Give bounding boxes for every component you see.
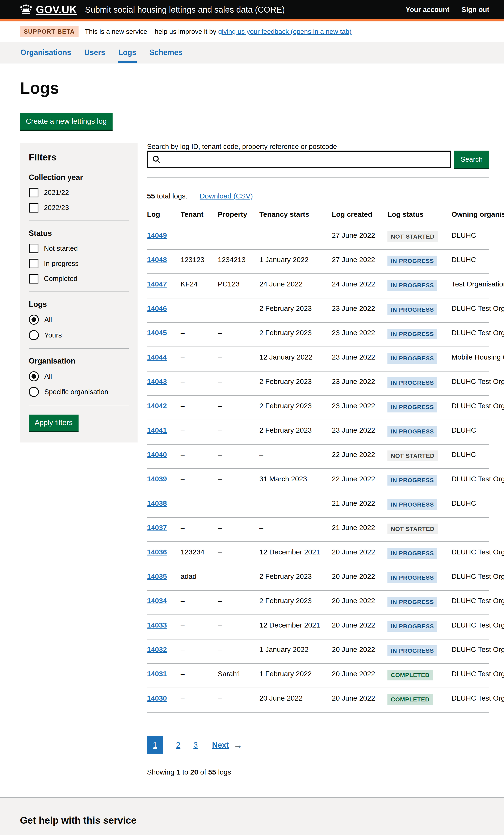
radio-organisation-specific[interactable]: Specific organisation (29, 387, 129, 397)
owning-organisation-cell: DLUHC Test Organisation (451, 371, 489, 396)
log-link[interactable]: 14042 (147, 402, 167, 410)
checkbox-in-progress[interactable]: In progress (29, 259, 129, 268)
checkbox-completed[interactable]: Completed (29, 274, 129, 284)
tenant-cell: – (181, 469, 218, 493)
checkbox-2021-22[interactable]: 2021/22 (29, 188, 129, 198)
property-cell: – (218, 639, 259, 664)
owning-organisation-cell: DLUHC Test Organisation (451, 542, 489, 566)
log-status-cell: COMPLETED (387, 664, 451, 688)
radio-icon[interactable] (29, 387, 39, 397)
log-link[interactable]: 14036 (147, 548, 167, 556)
sign-out-link[interactable]: Sign out (462, 6, 489, 14)
create-lettings-log-button[interactable]: Create a new lettings log (20, 113, 113, 129)
radio-icon-selected[interactable] (29, 371, 39, 381)
status-badge: COMPLETED (387, 694, 433, 705)
pagination-page-current[interactable]: 1 (147, 736, 163, 754)
property-cell: – (218, 396, 259, 420)
radio-logs-yours[interactable]: Yours (29, 330, 129, 340)
nav-item-organisations[interactable]: Organisations (20, 42, 72, 63)
log-link[interactable]: 14032 (147, 645, 167, 653)
checkbox-not-started[interactable]: Not started (29, 244, 129, 253)
status-badge: IN PROGRESS (387, 548, 437, 558)
log-created-cell: 20 June 2022 (332, 615, 387, 639)
log-created-cell: 24 June 2022 (332, 274, 387, 298)
right-arrow-icon: → (234, 740, 242, 750)
showing-to: 20 (190, 768, 198, 776)
checkbox-2022-23[interactable]: 2022/23 (29, 203, 129, 212)
table-header-row: Log Tenant Property Tenancy starts Log c… (147, 204, 489, 225)
pagination-page-2[interactable]: 2 (176, 741, 181, 750)
tenant-cell: – (181, 615, 218, 639)
property-cell: – (218, 566, 259, 591)
radio-organisation-all[interactable]: All (29, 371, 129, 381)
status-badge: IN PROGRESS (387, 304, 437, 315)
log-link[interactable]: 14037 (147, 524, 167, 532)
log-link[interactable]: 14038 (147, 499, 167, 507)
service-name-link[interactable]: Submit social housing lettings and sales… (85, 5, 285, 15)
search-label: Search by log ID, tenant code, property … (147, 143, 337, 150)
log-created-cell: 23 June 2022 (332, 298, 387, 323)
col-header-tenancy-starts: Tenancy starts (259, 204, 332, 225)
log-link[interactable]: 14045 (147, 329, 167, 337)
checkbox-icon[interactable] (29, 244, 38, 253)
log-link[interactable]: 14040 (147, 450, 167, 459)
pagination-next-link[interactable]: Next (212, 741, 229, 750)
tenancy-starts-cell: – (259, 493, 332, 517)
log-link[interactable]: 14044 (147, 353, 167, 361)
download-csv-link[interactable]: Download (CSV) (200, 192, 253, 200)
log-link[interactable]: 14043 (147, 378, 167, 385)
radio-icon[interactable] (29, 330, 39, 340)
tenant-cell: – (181, 688, 218, 712)
status-badge: IN PROGRESS (387, 645, 437, 656)
checkbox-icon[interactable] (29, 259, 38, 268)
log-link[interactable]: 14049 (147, 231, 167, 239)
nav-item-schemes[interactable]: Schemes (149, 42, 183, 63)
log-link[interactable]: 14031 (147, 670, 167, 678)
tenancy-starts-cell: 2 February 2023 (259, 566, 332, 591)
tenancy-starts-cell: 2 February 2023 (259, 591, 332, 615)
tenancy-starts-cell: 12 January 2022 (259, 347, 332, 371)
table-row: 14030––20 June 202220 June 2022COMPLETED… (147, 688, 489, 712)
your-account-link[interactable]: Your account (406, 6, 449, 14)
pagination-page-3[interactable]: 3 (194, 741, 198, 750)
log-link[interactable]: 14030 (147, 694, 167, 702)
log-created-cell: 20 June 2022 (332, 591, 387, 615)
logs-filter-label: Logs (29, 300, 129, 309)
log-link[interactable]: 14047 (147, 280, 167, 288)
log-link[interactable]: 14041 (147, 426, 167, 434)
search-input[interactable] (147, 150, 451, 168)
govuk-logo[interactable]: GOV.UK (20, 4, 77, 16)
log-link[interactable]: 14039 (147, 475, 167, 483)
total-logs-text: total logs. (155, 192, 187, 200)
checkbox-icon[interactable] (29, 188, 38, 198)
log-link[interactable]: 14033 (147, 621, 167, 629)
property-cell: – (218, 347, 259, 371)
status-badge: IN PROGRESS (387, 597, 437, 607)
log-link[interactable]: 14046 (147, 304, 167, 312)
showing-text: logs (216, 768, 231, 776)
tenancy-starts-cell: 20 June 2022 (259, 688, 332, 712)
log-created-cell: 23 June 2022 (332, 323, 387, 347)
log-status-cell: IN PROGRESS (387, 469, 451, 493)
table-row: 14038–––21 June 2022IN PROGRESSDLUHC (147, 493, 489, 517)
log-link[interactable]: 14035 (147, 572, 167, 580)
property-cell: – (218, 469, 259, 493)
log-link[interactable]: 14034 (147, 597, 167, 605)
option-label: Completed (44, 275, 78, 283)
radio-logs-all[interactable]: All (29, 314, 129, 325)
feedback-link[interactable]: giving us your feedback (opens in a new … (218, 28, 351, 35)
log-link[interactable]: 14048 (147, 256, 167, 264)
radio-icon-selected[interactable] (29, 314, 39, 325)
checkbox-icon[interactable] (29, 203, 38, 212)
property-cell: – (218, 688, 259, 712)
apply-filters-button[interactable]: Apply filters (29, 414, 79, 431)
nav-item-users[interactable]: Users (84, 42, 106, 63)
col-header-log-created: Log created (332, 204, 387, 225)
nav-item-logs[interactable]: Logs (118, 42, 137, 63)
checkbox-icon[interactable] (29, 274, 38, 284)
phase-banner-text: This is a new service – help us improve … (85, 28, 351, 36)
results-summary: 55 total logs.Download (CSV) (147, 192, 489, 200)
property-cell: – (218, 298, 259, 323)
option-label: Not started (44, 244, 78, 252)
search-button[interactable]: Search (454, 150, 489, 168)
